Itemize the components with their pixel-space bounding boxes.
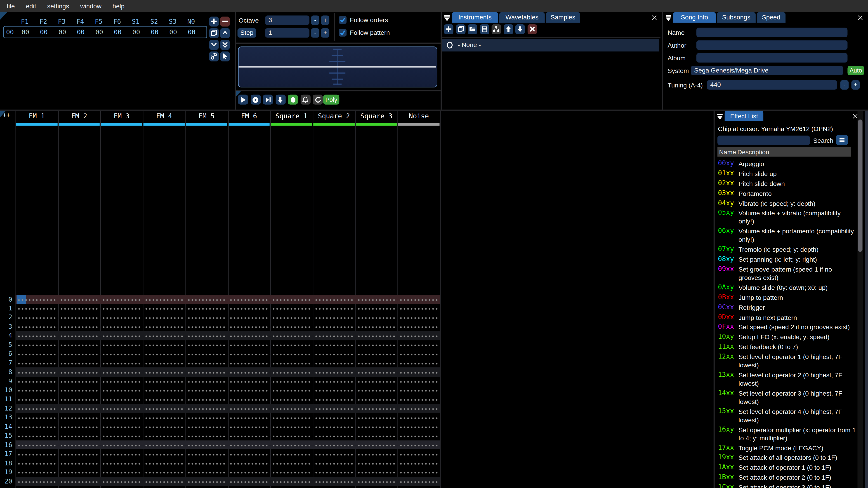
pattern-cell[interactable]: [185, 322, 228, 331]
pattern-cell[interactable]: [270, 422, 313, 431]
pattern-cell[interactable]: [355, 486, 398, 488]
pattern-cell[interactable]: [228, 468, 270, 477]
row-cells[interactable]: [16, 468, 440, 477]
pattern-cell[interactable]: [100, 367, 143, 377]
pattern-cell[interactable]: [398, 386, 440, 395]
pattern-cell[interactable]: [143, 449, 185, 458]
channel-volume-bar[interactable]: [228, 123, 270, 126]
menu-item-edit[interactable]: edit: [20, 3, 41, 9]
pattern-cell[interactable]: [355, 431, 398, 440]
effect-row-0Cxx[interactable]: 0CxxRetrigger: [718, 303, 857, 311]
pattern-cell[interactable]: [355, 422, 398, 431]
pattern-cell[interactable]: [185, 449, 228, 458]
effect-list-scrollbar[interactable]: [857, 111, 863, 488]
tab-subsongs[interactable]: Subsongs: [717, 12, 755, 23]
pattern-cell[interactable]: [313, 331, 355, 340]
record-button[interactable]: [288, 95, 298, 105]
pattern-cell[interactable]: [100, 313, 143, 322]
effect-row-17xx[interactable]: 17xxToggle PCM mode (LEGACY): [718, 444, 857, 452]
pattern-cell[interactable]: [143, 367, 185, 377]
pattern-cell[interactable]: [58, 322, 100, 331]
row-cells[interactable]: [16, 422, 440, 431]
pattern-cell[interactable]: [100, 395, 143, 404]
pattern-cell[interactable]: [313, 304, 355, 313]
pattern-cell[interactable]: [16, 477, 58, 486]
octave-increase-button[interactable]: +: [321, 15, 329, 25]
pattern-cell[interactable]: [270, 404, 313, 413]
pattern-cell[interactable]: [100, 349, 143, 358]
collapse-panel-icon[interactable]: [716, 113, 723, 120]
effect-row-0Bxx[interactable]: 0BxxJump to pattern: [718, 293, 857, 301]
pattern-cell[interactable]: [398, 449, 440, 458]
pattern-cell[interactable]: [355, 458, 398, 467]
pattern-cell[interactable]: [313, 349, 355, 358]
album-input[interactable]: [696, 53, 848, 62]
order-cell-S2[interactable]: 00: [145, 28, 164, 36]
row-cells[interactable]: [16, 395, 440, 404]
pattern-cell[interactable]: [143, 331, 185, 340]
pattern-cell[interactable]: [16, 331, 58, 340]
repeat-pattern-button[interactable]: [313, 95, 323, 105]
order-cell-S3[interactable]: 00: [164, 28, 182, 36]
channel-volume-bar[interactable]: [101, 123, 143, 126]
pattern-cell[interactable]: [398, 477, 440, 486]
pattern-cell[interactable]: [313, 322, 355, 331]
checkbox-checked-icon[interactable]: [339, 16, 346, 24]
pattern-cell[interactable]: [100, 468, 143, 477]
pattern-cell[interactable]: [313, 386, 355, 395]
pattern-cell[interactable]: [185, 422, 228, 431]
effect-row-13xx[interactable]: 13xxSet level of operator 2 (0 highest, …: [718, 371, 857, 387]
pattern-cell[interactable]: [58, 358, 100, 367]
pattern-cell[interactable]: [398, 468, 440, 477]
effect-row-12xx[interactable]: 12xxSet level of operator 1 (0 highest, …: [718, 352, 857, 369]
pattern-cell[interactable]: [313, 295, 355, 304]
effect-menu-button[interactable]: [836, 135, 848, 145]
pattern-cell[interactable]: [185, 331, 228, 340]
pattern-cell[interactable]: [270, 477, 313, 486]
pattern-cell[interactable]: [58, 395, 100, 404]
tuning-increase-button[interactable]: +: [851, 80, 860, 90]
pattern-cell[interactable]: [313, 431, 355, 440]
pattern-cell[interactable]: [355, 395, 398, 404]
pattern-cell[interactable]: [16, 386, 58, 395]
pattern-cell[interactable]: [185, 377, 228, 386]
pattern-cell[interactable]: [143, 422, 185, 431]
move-instrument-down-button[interactable]: [515, 24, 525, 34]
pattern-cell[interactable]: [16, 295, 58, 304]
toggle-folders-button[interactable]: [492, 24, 501, 34]
pattern-cell[interactable]: [355, 358, 398, 367]
pattern-cell[interactable]: [16, 367, 58, 377]
pattern-cell[interactable]: [398, 377, 440, 386]
author-input[interactable]: [696, 40, 848, 50]
pattern-cell[interactable]: [185, 386, 228, 395]
follow-pattern-checkbox[interactable]: Follow pattern: [339, 29, 390, 36]
order-cell-F4[interactable]: 00: [71, 28, 90, 36]
play-to-cursor-button[interactable]: [263, 95, 273, 105]
channel-volume-bar[interactable]: [16, 123, 57, 126]
pattern-cell[interactable]: [355, 377, 398, 386]
pattern-cell[interactable]: [58, 422, 100, 431]
system-input[interactable]: Sega Genesis/Mega Drive: [691, 66, 843, 75]
effect-row-03xx[interactable]: 03xxPortamento: [718, 189, 857, 197]
pattern-cell[interactable]: [270, 468, 313, 477]
effect-row-19xx[interactable]: 19xxSet attack of all operators (0 to 1F…: [718, 453, 857, 462]
row-cells[interactable]: [16, 413, 440, 422]
pattern-cell[interactable]: [143, 458, 185, 467]
pattern-cell[interactable]: [143, 340, 185, 349]
pattern-cell[interactable]: [355, 340, 398, 349]
menu-item-settings[interactable]: settings: [41, 3, 74, 9]
row-cells[interactable]: [16, 477, 440, 486]
pattern-cell[interactable]: [58, 468, 100, 477]
pattern-cell[interactable]: [270, 331, 313, 340]
row-cells[interactable]: [16, 367, 440, 377]
poly-button[interactable]: Poly: [323, 95, 339, 105]
pattern-cell[interactable]: [270, 322, 313, 331]
pattern-cell[interactable]: [270, 486, 313, 488]
pattern-cell[interactable]: [100, 295, 143, 304]
effect-row-0Dxx[interactable]: 0DxxJump to next pattern: [718, 313, 857, 321]
pattern-cell[interactable]: [58, 477, 100, 486]
pattern-cell[interactable]: [58, 295, 100, 304]
pattern-cell[interactable]: [228, 477, 270, 486]
pattern-cell[interactable]: [185, 468, 228, 477]
pattern-cell[interactable]: [58, 367, 100, 377]
